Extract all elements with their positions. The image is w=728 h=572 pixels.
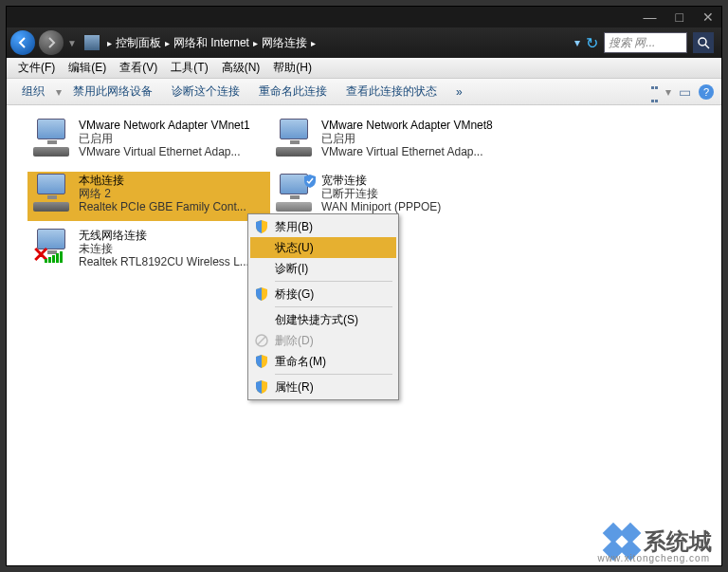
titlebar: — □ ✕ xyxy=(7,7,721,28)
path-icon xyxy=(84,35,100,50)
more-button[interactable]: » xyxy=(448,82,470,102)
ctx-disable[interactable]: 禁用(B) xyxy=(250,216,396,237)
ctx-shortcut[interactable]: 创建快捷方式(S) xyxy=(250,309,396,330)
search-button[interactable] xyxy=(693,32,714,53)
ctx-bridge[interactable]: 桥接(G) xyxy=(250,284,396,304)
maximize-button[interactable]: □ xyxy=(676,9,683,25)
shield-icon xyxy=(254,354,269,369)
ctx-delete: 删除(D) xyxy=(250,330,396,351)
menu-separator xyxy=(275,306,392,307)
connection-wireless[interactable]: ✕ 无线网络连接 未连接 Realtek RTL8192CU Wireless … xyxy=(27,227,270,276)
breadcrumb[interactable]: ▸ 控制面板 ▸ 网络和 Internet ▸ 网络连接 ▸ xyxy=(107,35,571,51)
conn-status: 已断开连接 xyxy=(321,187,509,200)
forward-button[interactable] xyxy=(39,30,64,55)
refresh-icon[interactable]: ↻ xyxy=(586,34,598,52)
rename-button[interactable]: 重命名此连接 xyxy=(251,80,335,103)
conn-status: 未连接 xyxy=(79,242,266,255)
conn-name: VMware Network Adapter VMnet1 xyxy=(79,119,266,132)
menu-help[interactable]: 帮助(H) xyxy=(267,58,318,78)
network-adapter-icon xyxy=(274,174,316,212)
toolbar: 组织▾ 禁用此网络设备 诊断这个连接 重命名此连接 查看此连接的状态 » ▾ ▭… xyxy=(7,79,721,105)
menu-edit[interactable]: 编辑(E) xyxy=(63,58,112,78)
conn-status: 已启用 xyxy=(321,132,509,145)
help-icon[interactable]: ? xyxy=(699,84,714,100)
conn-device: VMware Virtual Ethernet Adap... xyxy=(321,145,509,158)
shield-check-icon xyxy=(302,174,318,189)
conn-device: VMware Virtual Ethernet Adap... xyxy=(79,145,266,158)
shield-icon xyxy=(254,286,269,302)
history-dropdown-icon[interactable]: ▼ xyxy=(67,38,77,48)
ctx-status[interactable]: 状态(U) xyxy=(250,237,396,258)
close-button[interactable]: ✕ xyxy=(702,9,714,25)
breadcrumb-seg-1[interactable]: 控制面板 xyxy=(116,35,161,51)
delete-icon xyxy=(254,333,269,348)
organize-button[interactable]: 组织 xyxy=(14,80,52,103)
breadcrumb-seg-2[interactable]: 网络和 Internet xyxy=(173,35,249,51)
conn-name: 无线网络连接 xyxy=(79,229,266,242)
conn-name: VMware Network Adapter VMnet8 xyxy=(321,119,509,132)
view-mode-icon[interactable] xyxy=(651,79,658,105)
minimize-button[interactable]: — xyxy=(644,9,657,25)
search-input[interactable]: 搜索 网... xyxy=(604,32,687,53)
conn-device: Realtek RTL8192CU Wireless L... xyxy=(79,255,266,268)
conn-device: WAN Miniport (PPPOE) xyxy=(321,200,509,213)
menu-advanced[interactable]: 高级(N) xyxy=(216,58,266,78)
nav-dropdown-icon[interactable]: ▾ xyxy=(574,36,580,49)
breadcrumb-seg-3[interactable]: 网络连接 xyxy=(262,35,307,51)
diagnose-button[interactable]: 诊断这个连接 xyxy=(164,80,247,103)
network-adapter-icon xyxy=(31,119,73,157)
svg-line-1 xyxy=(705,45,709,48)
svg-point-0 xyxy=(699,38,706,46)
conn-status: 网络 2 xyxy=(79,187,266,200)
conn-status: 已启用 xyxy=(79,132,266,145)
connection-local[interactable]: 本地连接 网络 2 Realtek PCIe GBE Family Cont..… xyxy=(27,172,270,221)
menu-tools[interactable]: 工具(T) xyxy=(165,58,213,78)
explorer-window: — □ ✕ ▼ ▸ 控制面板 ▸ 网络和 Internet ▸ 网络连接 ▸ ▾… xyxy=(6,6,722,566)
menu-file[interactable]: 文件(F) xyxy=(12,58,61,78)
menu-separator xyxy=(275,374,392,375)
ctx-diagnose[interactable]: 诊断(I) xyxy=(250,258,396,279)
network-adapter-icon xyxy=(31,174,73,212)
menubar: 文件(F) 编辑(E) 查看(V) 工具(T) 高级(N) 帮助(H) xyxy=(7,58,721,79)
ctx-properties[interactable]: 属性(R) xyxy=(250,377,396,397)
menu-separator xyxy=(275,281,392,282)
preview-pane-icon[interactable]: ▭ xyxy=(679,84,691,100)
connection-vmnet1[interactable]: VMware Network Adapter VMnet1 已启用 VMware… xyxy=(27,117,270,166)
context-menu: 禁用(B) 状态(U) 诊断(I) 桥接(G) 创建快捷方式(S) 删除(D) … xyxy=(247,213,399,400)
conn-device: Realtek PCIe GBE Family Cont... xyxy=(79,200,266,213)
connection-vmnet8[interactable]: VMware Network Adapter VMnet8 已启用 VMware… xyxy=(270,117,513,166)
wireless-adapter-icon: ✕ xyxy=(31,229,73,267)
menu-view[interactable]: 查看(V) xyxy=(114,58,163,78)
shield-icon xyxy=(254,219,269,234)
ctx-rename[interactable]: 重命名(M) xyxy=(250,351,396,372)
search-placeholder: 搜索 网... xyxy=(609,35,655,51)
conn-name: 宽带连接 xyxy=(321,174,509,187)
network-adapter-icon xyxy=(274,119,316,157)
svg-line-3 xyxy=(258,337,265,344)
conn-name: 本地连接 xyxy=(79,174,266,187)
back-button[interactable] xyxy=(10,30,35,55)
navbar: ▼ ▸ 控制面板 ▸ 网络和 Internet ▸ 网络连接 ▸ ▾ ↻ 搜索 … xyxy=(7,28,721,58)
view-status-button[interactable]: 查看此连接的状态 xyxy=(338,80,445,103)
shield-icon xyxy=(254,379,269,395)
disable-device-button[interactable]: 禁用此网络设备 xyxy=(65,80,160,103)
watermark-url: www.xitongcheng.com xyxy=(598,553,711,563)
